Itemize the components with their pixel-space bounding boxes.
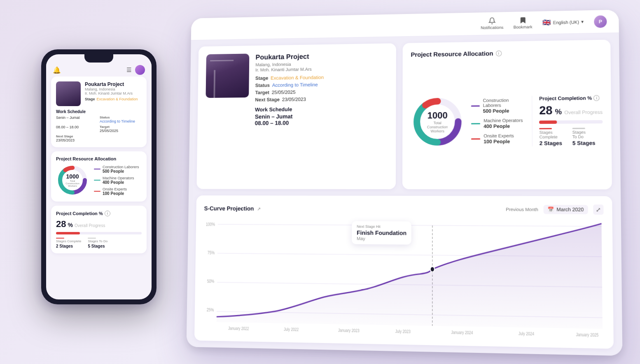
svg-text:July 2024: July 2024 xyxy=(519,331,535,336)
target-value: 25/05/2025 xyxy=(272,89,296,95)
progress-bar-bg xyxy=(539,120,603,124)
svg-text:50%: 50% xyxy=(207,278,215,284)
user-avatar[interactable]: P xyxy=(594,15,607,28)
stage-todo-line xyxy=(572,128,585,129)
calendar-icon: 📅 xyxy=(548,206,554,212)
chevron-down-icon: ▾ xyxy=(581,19,584,24)
stage-todo: StagesTo Do 5 Stages xyxy=(572,128,596,146)
project-image xyxy=(206,53,249,98)
phone-legend-text-1: Construction Laborers 500 People xyxy=(103,165,139,174)
phone-legend-text-3: Onsite Experts 100 People xyxy=(103,187,127,196)
bookmark-button[interactable]: Bookmark xyxy=(514,16,533,30)
stage-todo-value: 5 Stages xyxy=(572,139,596,146)
legend-list: Construction Laborers 500 People Machine… xyxy=(471,97,526,144)
completion-title: Project Completion % i xyxy=(539,95,603,102)
next-stage-value: 23/05/2023 xyxy=(282,97,306,102)
svg-text:75%: 75% xyxy=(208,250,215,255)
phone-detail-status: Status According to Timeline xyxy=(100,116,142,123)
scurve-header: S-Curve Projection ↗ Previous Month 📅 Ma… xyxy=(204,204,603,215)
phone-ws-label: Work Schedule xyxy=(56,109,142,114)
phone-target-label: Target xyxy=(100,125,142,129)
phone-donut-chart: 1000 TotalConstructionWorkers xyxy=(56,164,89,197)
phone-icons: ☰ xyxy=(126,65,145,75)
phone-project-row: Poukarta Project Malang, Indonesia Ir. M… xyxy=(56,81,142,106)
target-label: Target xyxy=(255,90,269,95)
pct-symbol: % xyxy=(555,107,562,116)
phone-stage-complete-label: Stages Complete xyxy=(56,239,81,243)
tooltip-stage: Next Stage Hit xyxy=(357,225,406,229)
svg-text:July 2023: July 2023 xyxy=(395,329,411,334)
phone-status-label: Status xyxy=(100,116,142,119)
phone-legend-color-3 xyxy=(94,191,100,192)
completion-section: Project Completion % i 28 % Overall Prog… xyxy=(532,95,603,146)
phone-device: 🔔 ☰ Poukarta Project Malang, Indonesia I… xyxy=(41,49,156,304)
svg-text:January 2024: January 2024 xyxy=(451,329,473,335)
phone-status-value: According to Timeline xyxy=(100,119,142,123)
status-value: According to Timeline xyxy=(272,82,318,88)
phone-pct-number: 28 xyxy=(56,219,66,230)
notifications-label: Notifications xyxy=(481,25,503,30)
bell-icon xyxy=(488,17,496,25)
tablet-device: Notifications Bookmark 🇬🇧 English (UK) ▾… xyxy=(187,10,623,356)
status-row: Status According to Timeline xyxy=(255,81,388,88)
phone-stage-label: Stage xyxy=(85,97,95,101)
pct-number: 28 xyxy=(539,104,552,117)
legend-item-operators: Machine Operators 400 People xyxy=(471,118,526,129)
overall-label: Overall Progress xyxy=(564,109,603,115)
phone-project-image xyxy=(56,81,81,106)
phone-pct-symbol: % xyxy=(68,222,72,228)
dashboard-grid: Poukarta Project Malang, Indonesia Ir. M… xyxy=(187,33,623,356)
notifications-button[interactable]: Notifications xyxy=(481,17,503,30)
phone-donut-center: 1000 TotalConstructionWorkers xyxy=(65,173,79,187)
phone-legend: Construction Laborers 500 People Machine… xyxy=(94,165,139,196)
work-schedule-section: Work Schedule Senin – Jumat 08.00 – 18.0… xyxy=(255,105,388,126)
stage-complete-line xyxy=(540,128,552,129)
language-selector[interactable]: 🇬🇧 English (UK) ▾ xyxy=(542,18,584,26)
stage-complete: StagesComplete 2 Stages xyxy=(540,128,562,146)
phone-menu-icon: ☰ xyxy=(126,67,132,73)
phone-next-stage-value: 23/05/2023 xyxy=(56,138,98,142)
stage-label: Stage xyxy=(255,75,268,81)
chart-tooltip: Next Stage Hit Finish Foundation May xyxy=(352,221,411,245)
scurve-title: S-Curve Projection ↗ xyxy=(204,205,261,212)
legend-text-laborers: Construction Laborers 500 People xyxy=(483,97,526,114)
phone-stage-complete: Stages Complete 2 Stages xyxy=(56,238,81,248)
project-details: Poukarta Project Malang, Indonesia Ir. M… xyxy=(254,51,388,181)
work-schedule-label: Work Schedule xyxy=(255,105,388,113)
phone-ws-days: Senin – Jumat xyxy=(56,116,98,120)
progress-bar-fill xyxy=(539,120,557,123)
bookmark-label: Bookmark xyxy=(514,25,533,30)
phone-progress-fill xyxy=(56,232,80,234)
completion-info-icon: i xyxy=(593,95,600,101)
phone-stage-todo: Stages To Do 5 Stages xyxy=(88,238,107,248)
month-selector[interactable]: 📅 March 2020 xyxy=(543,205,588,214)
stage-complete-label: StagesComplete xyxy=(540,130,562,139)
svg-text:January 2022: January 2022 xyxy=(228,326,249,331)
phone-progress-bar xyxy=(56,232,142,234)
phone-donut-row: 1000 TotalConstructionWorkers Constructi… xyxy=(56,164,142,197)
phone-project-card: Poukarta Project Malang, Indonesia Ir. M… xyxy=(51,77,147,147)
next-stage-row: Next Stage 23/05/2023 xyxy=(255,95,388,102)
phone-stage-row: Stage Excavation & Foundation xyxy=(85,97,142,101)
phone-detail-next-stage: Next Stage 23/05/2023 xyxy=(56,134,98,142)
legend-item-laborers: Construction Laborers 500 People xyxy=(471,97,526,114)
stage-row: Stage Excavation & Foundation xyxy=(255,74,388,81)
phone-donut-label: TotalConstructionWorkers xyxy=(65,180,79,187)
scurve-subtitle: ↗ xyxy=(257,206,261,211)
phone-stage-todo-label: Stages To Do xyxy=(88,239,107,243)
stage-todo-label: StagesTo Do xyxy=(572,130,596,139)
phone-bell-icon: 🔔 xyxy=(53,66,61,74)
stage-value: Excavation & Foundation xyxy=(271,74,324,81)
legend-line-teal xyxy=(471,123,480,124)
phone-legend-item-2: Machine Operators 400 People xyxy=(94,176,139,185)
donut-chart: 1000 TotalConstructionWorkers xyxy=(411,95,465,148)
expand-button[interactable]: ⤢ xyxy=(593,204,603,215)
phone-project-title: Poukarta Project xyxy=(85,81,142,87)
svg-point-17 xyxy=(430,267,434,272)
donut-label: TotalConstructionWorkers xyxy=(427,121,448,133)
svg-text:100%: 100% xyxy=(206,222,215,227)
phone-legend-item-1: Construction Laborers 500 People xyxy=(94,165,139,174)
phone-donut-number: 1000 xyxy=(65,173,79,180)
stage-complete-value: 2 Stages xyxy=(540,140,562,146)
phone-overall-label: Overall Progress xyxy=(75,223,105,228)
